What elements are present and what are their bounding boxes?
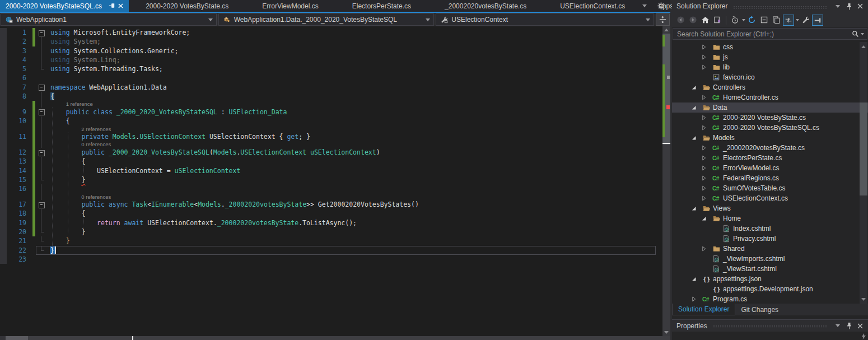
chevron-expanded-icon[interactable]: [700, 215, 712, 222]
tree-item-program-cs[interactable]: C#Program.cs: [672, 294, 868, 303]
chevron-collapsed-icon[interactable]: [700, 174, 712, 182]
properties-wrench-icon[interactable]: [800, 15, 811, 26]
tab-git-changes[interactable]: Git Changes: [735, 304, 784, 315]
code-line-4[interactable]: 4using System.Linq;: [0, 55, 662, 64]
tree-item-shared[interactable]: Shared: [672, 244, 868, 254]
editor-horizontal-scrollbar[interactable]: [0, 336, 670, 340]
tree-item-2000-2020-votesbystatesql-cs[interactable]: C#2000-2020 VotesByStateSQL.cs: [672, 123, 868, 133]
tree-item-lib[interactable]: lib: [672, 62, 868, 72]
tree-item-favicon-ico[interactable]: favicon.ico: [672, 72, 868, 82]
tree-item-appsettings-development-json[interactable]: {}appsettings.Development.json: [672, 284, 868, 294]
codelens-row[interactable]: 1 reference: [0, 101, 662, 108]
scrollbar-up-arrow[interactable]: [662, 26, 670, 34]
code-line-5[interactable]: 5using System.Threading.Tasks;: [0, 64, 662, 73]
code-line-22[interactable]: 22}: [0, 246, 662, 255]
tree-item-federalregions-cs[interactable]: C#FederalRegions.cs: [672, 173, 868, 183]
code-line-8[interactable]: 8{: [0, 92, 662, 101]
tree-item-data[interactable]: Data: [672, 103, 868, 113]
document-tab-4[interactable]: _20002020votesByState.cs: [428, 0, 543, 12]
chevron-collapsed-icon[interactable]: [700, 53, 712, 61]
sync-with-active-document-icon[interactable]: [783, 15, 794, 26]
tree-item--20002020votesbystate-cs[interactable]: C#_20002020votesByState.cs: [672, 143, 868, 153]
folding-margin[interactable]: [37, 83, 46, 92]
code-line-18[interactable]: 18 {: [0, 209, 662, 218]
tree-item-appsettings-json[interactable]: {}appsettings.json: [672, 274, 868, 284]
document-tab-2[interactable]: ErrorViewModel.cs: [245, 0, 335, 12]
code-line-15[interactable]: 15 }: [0, 175, 662, 184]
tab-solution-explorer[interactable]: Solution Explorer: [672, 304, 735, 315]
search-icon[interactable]: [851, 30, 860, 39]
tree-item--viewstart-cshtml[interactable]: @_ViewStart.cshtml: [672, 264, 868, 274]
tree-scrollbar-down-arrow[interactable]: [860, 296, 867, 303]
back-icon[interactable]: [675, 15, 686, 26]
tree-item-css[interactable]: css: [672, 42, 868, 52]
panel-options-caret-icon[interactable]: [833, 322, 842, 330]
folding-margin[interactable]: [37, 108, 46, 117]
code-line-1[interactable]: 1using Microsoft.EntityFrameworkCore;: [0, 28, 662, 37]
collapse-all-icon[interactable]: [758, 15, 769, 26]
chevron-expanded-icon[interactable]: [690, 134, 702, 142]
code-editor[interactable]: 1using Microsoft.EntityFrameworkCore;2us…: [0, 26, 670, 336]
sync-dropdown-caret[interactable]: [796, 19, 799, 21]
tree-item-homecontroller-cs[interactable]: C#HomeController.cs: [672, 92, 868, 103]
code-line-21[interactable]: 21 }: [0, 236, 662, 245]
refresh-icon[interactable]: [746, 15, 757, 26]
code-line-2[interactable]: 2using System;: [0, 37, 662, 46]
horizontal-scrollbar-thumb[interactable]: [6, 336, 28, 340]
home-icon[interactable]: [699, 15, 711, 26]
codelens-row[interactable]: 2 references: [0, 126, 662, 133]
filter-dropdown-caret[interactable]: [742, 19, 745, 21]
folding-margin[interactable]: [37, 148, 46, 157]
pin-icon[interactable]: [844, 322, 853, 330]
pending-changes-filter-icon[interactable]: [729, 15, 740, 26]
search-options-caret[interactable]: [861, 33, 864, 35]
document-tab-5[interactable]: USElectionContext.cs: [543, 0, 642, 12]
tree-item-js[interactable]: js: [672, 52, 868, 62]
chevron-expanded-icon[interactable]: [690, 275, 702, 283]
tree-item-electorsperstate-cs[interactable]: C#ElectorsPerState.cs: [672, 153, 868, 163]
chevron-collapsed-icon[interactable]: [700, 144, 712, 152]
folding-margin[interactable]: [37, 200, 46, 209]
tree-item-sumofvotestable-cs[interactable]: C#SumOfVotesTable.cs: [672, 183, 868, 193]
code-line-11[interactable]: 11 private Models.USElectionContext USEl…: [0, 132, 662, 141]
chevron-collapsed-icon[interactable]: [690, 295, 702, 303]
tree-item-home[interactable]: Home: [672, 213, 868, 223]
editor-options-gear-icon[interactable]: [655, 1, 666, 12]
preview-selected-items-icon[interactable]: [812, 15, 823, 26]
code-line-19[interactable]: 19 return await USElectionContext._20002…: [0, 218, 662, 227]
search-input[interactable]: [676, 30, 851, 39]
pin-icon[interactable]: [844, 2, 853, 11]
code-line-3[interactable]: 3using System.Collections.Generic;: [0, 46, 662, 55]
forward-icon[interactable]: [687, 15, 698, 26]
tree-item-errorviewmodel-cs[interactable]: C#ErrorViewModel.cs: [672, 163, 868, 173]
chevron-collapsed-icon[interactable]: [700, 164, 712, 172]
tab-list-dropdown-icon[interactable]: [639, 1, 650, 12]
close-icon[interactable]: [856, 2, 865, 11]
codelens-row[interactable]: 0 references: [0, 141, 662, 148]
tree-item-2000-2020-votesbystate-cs[interactable]: C#2000-2020 VotesByState.cs: [672, 113, 868, 123]
chevron-expanded-icon[interactable]: [690, 204, 702, 212]
tree-item-controllers[interactable]: Controllers: [672, 82, 868, 92]
code-line-13[interactable]: 13 {: [0, 157, 662, 166]
code-line-16[interactable]: 16: [0, 184, 662, 193]
close-tab-icon[interactable]: [116, 2, 125, 11]
panel-options-caret-icon[interactable]: [833, 2, 842, 11]
code-line-7[interactable]: 7namespace WebApplication1.Data: [0, 83, 662, 92]
chevron-collapsed-icon[interactable]: [700, 245, 712, 253]
code-line-9[interactable]: 9 public class _2000_2020_VotesByStateSQ…: [0, 108, 662, 117]
editor-vertical-scrollbar[interactable]: [662, 26, 670, 336]
tree-item-privacy-cshtml[interactable]: @Privacy.cshtml: [672, 234, 868, 244]
document-tab-3[interactable]: ElectorsPerState.cs: [335, 0, 428, 12]
code-line-20[interactable]: 20 }: [0, 227, 662, 236]
member-dropdown[interactable]: USElectionContext: [436, 13, 654, 26]
document-tab-0[interactable]: 2000-2020 VotesByStateSQL.cs: [0, 0, 129, 12]
chevron-collapsed-icon[interactable]: [700, 63, 712, 71]
close-icon[interactable]: [856, 322, 865, 330]
chevron-collapsed-icon[interactable]: [700, 124, 712, 132]
switch-views-icon[interactable]: [712, 15, 723, 26]
tree-item-index-cshtml[interactable]: @Index.cshtml: [672, 223, 868, 234]
split-editor-button[interactable]: [656, 13, 670, 26]
document-tab-1[interactable]: 2000-2020 VotesByState.cs: [129, 0, 245, 12]
code-line-14[interactable]: 14 USElectionContext = uSElectionContext: [0, 166, 662, 175]
tree-scrollbar-thumb[interactable]: [860, 103, 867, 195]
